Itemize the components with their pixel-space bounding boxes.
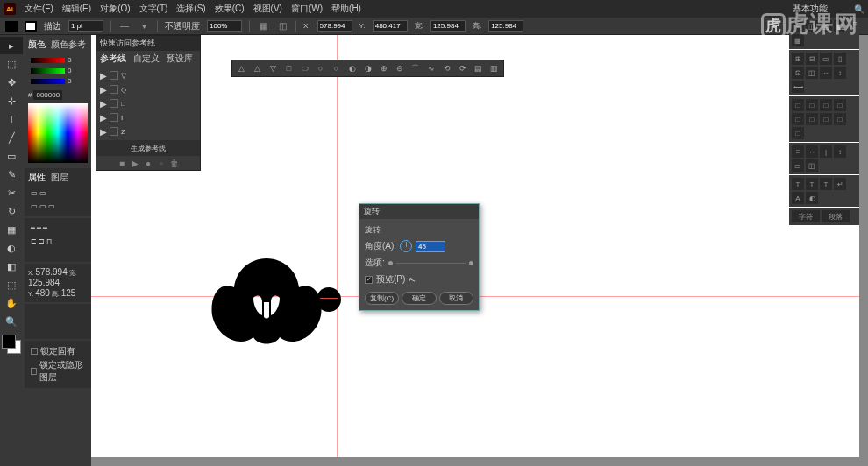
tr-btn[interactable]: ◫ (806, 159, 818, 172)
pf-btn[interactable]: ∿ (424, 62, 438, 75)
pf-btn[interactable]: ○ (314, 62, 327, 75)
pf-btn[interactable]: ⊟ (806, 53, 818, 65)
action-row[interactable]: ▶□ (98, 96, 198, 110)
actions-footer[interactable]: 生成参考线 (96, 140, 200, 156)
pf-btn[interactable]: ▤ (472, 62, 485, 75)
pen-tool[interactable]: ⊹ (0, 92, 23, 109)
pf-btn[interactable]: ○ (330, 62, 343, 75)
dist-btn[interactable]: □ (806, 99, 818, 111)
menu-type[interactable]: 文字(T) (139, 3, 168, 15)
menu-select[interactable]: 选择(S) (176, 3, 205, 15)
canvas[interactable]: △ △ ▽ □ ⬭ ○ ○ ◐ ◑ ⊕ ⊖ ⌒ ∿ ⟲ ⟳ ▤ ▥ (91, 35, 859, 457)
pf-btn[interactable]: □ (282, 62, 295, 75)
type-btn[interactable]: A (792, 192, 804, 204)
gradient-tool[interactable]: ◐ (0, 239, 23, 257)
w-input[interactable] (430, 20, 466, 32)
dist-btn[interactable]: □ (820, 113, 832, 125)
paragraph-tab[interactable]: 段落 (822, 210, 850, 222)
action-row[interactable]: ▶Z (98, 124, 198, 138)
menu-help[interactable]: 帮助(H) (331, 3, 361, 15)
pf-btn[interactable]: ▭ (820, 53, 832, 65)
tr-btn[interactable]: ≡ (792, 145, 804, 158)
angle-input[interactable] (416, 241, 445, 252)
character-tab[interactable]: 字符 (792, 210, 820, 222)
tr-btn[interactable]: ▭ (792, 159, 804, 172)
checkbox[interactable] (31, 348, 38, 355)
menu-view[interactable]: 视图(V) (253, 3, 282, 15)
color-spectrum[interactable] (28, 103, 88, 163)
dist-btn[interactable]: □ (792, 113, 804, 125)
brush-icon[interactable]: — (118, 20, 131, 32)
preview-checkbox[interactable]: ✓ (365, 276, 373, 284)
dist-btn[interactable]: □ (792, 127, 804, 139)
hand-tool[interactable]: ✋ (0, 294, 23, 312)
checkbox[interactable] (31, 368, 37, 375)
layers-tab[interactable]: 图层 (51, 172, 68, 184)
type-tool[interactable]: T (0, 110, 23, 128)
new-icon[interactable]: ▫ (156, 158, 167, 168)
pf-btn[interactable]: ⟲ (440, 62, 453, 75)
type-btn[interactable]: T (792, 178, 804, 190)
tr-btn[interactable]: | (820, 145, 832, 158)
pf-btn[interactable]: ⊞ (792, 53, 804, 65)
type-btn[interactable]: T (820, 178, 832, 190)
menu-effect[interactable]: 效果(C) (215, 3, 245, 15)
zoom-tool[interactable]: 🔍 (0, 313, 23, 330)
menu-window[interactable]: 窗口(W) (291, 3, 323, 15)
pf-btn[interactable]: ⟷ (792, 81, 804, 93)
brush-tool[interactable]: ✎ (0, 166, 23, 183)
pf-btn[interactable]: ↕ (834, 67, 846, 79)
fill-swatch[interactable] (5, 21, 18, 32)
pf-btn[interactable]: ▯ (834, 53, 846, 65)
y-input[interactable] (373, 20, 408, 32)
menu-edit[interactable]: 编辑(E) (62, 3, 91, 15)
pf-btn[interactable]: ⟳ (456, 62, 469, 75)
scale-tool[interactable]: ▦ (0, 221, 23, 238)
artwork-circle[interactable] (317, 287, 341, 312)
pf-btn[interactable]: △ (251, 62, 264, 75)
actions-tab[interactable]: 自定义 (133, 53, 160, 65)
action-row[interactable]: ▶▽ (98, 68, 198, 82)
varwidth-icon[interactable]: ▾ (138, 20, 150, 32)
action-row[interactable]: ▶◇ (98, 82, 198, 96)
rotate-tool[interactable]: ↻ (0, 202, 23, 220)
artboard-tool[interactable]: ⬚ (0, 276, 23, 293)
eyedropper-tool[interactable]: ◧ (0, 258, 23, 275)
cancel-button[interactable]: 取消 (439, 292, 473, 305)
pf-btn[interactable]: △ (235, 62, 248, 75)
record-icon[interactable]: ● (143, 158, 153, 168)
dist-btn[interactable]: □ (806, 113, 818, 125)
scissors-tool[interactable]: ✂ (0, 184, 23, 201)
pf-btn[interactable]: ⊕ (377, 62, 390, 75)
h-input[interactable] (488, 20, 523, 32)
dist-btn[interactable]: □ (834, 99, 846, 111)
pf-btn[interactable]: ⌒ (409, 62, 422, 75)
shape-icon[interactable]: ◫ (276, 20, 288, 32)
trash-icon[interactable]: 🗑 (169, 158, 180, 168)
tr-btn[interactable]: ↔ (806, 145, 818, 158)
pf-btn[interactable]: ⊡ (792, 67, 804, 79)
pf-btn[interactable]: ▽ (267, 62, 280, 75)
pf-btn[interactable]: ⊖ (393, 62, 406, 75)
stop-icon[interactable]: ■ (117, 158, 127, 168)
line-tool[interactable]: ╱ (0, 129, 23, 146)
play-icon[interactable]: ▶ (130, 158, 140, 168)
action-row[interactable]: ▶I (98, 110, 198, 124)
actions-tab[interactable]: 参考线 (100, 53, 126, 65)
magic-wand-tool[interactable]: ✥ (0, 74, 23, 91)
dist-btn[interactable]: □ (792, 99, 804, 111)
pf-btn[interactable]: ◫ (806, 67, 818, 79)
pf-btn[interactable]: ▥ (487, 62, 501, 75)
type-btn[interactable]: ◐ (806, 192, 818, 204)
stroke-weight-input[interactable] (68, 20, 103, 32)
menu-file[interactable]: 文件(F) (25, 3, 53, 15)
ok-button[interactable]: 确定 (402, 292, 436, 305)
tr-btn[interactable]: ↕ (834, 145, 846, 158)
selection-tool[interactable]: ▸ (0, 37, 23, 54)
angle-dial-icon[interactable] (400, 240, 412, 252)
type-btn[interactable]: T (806, 178, 818, 190)
pf-btn[interactable]: ◑ (361, 62, 374, 75)
copy-button[interactable]: 复制(C) (365, 292, 399, 305)
align-icon[interactable]: ▦ (257, 20, 269, 32)
x-input[interactable] (317, 20, 352, 32)
